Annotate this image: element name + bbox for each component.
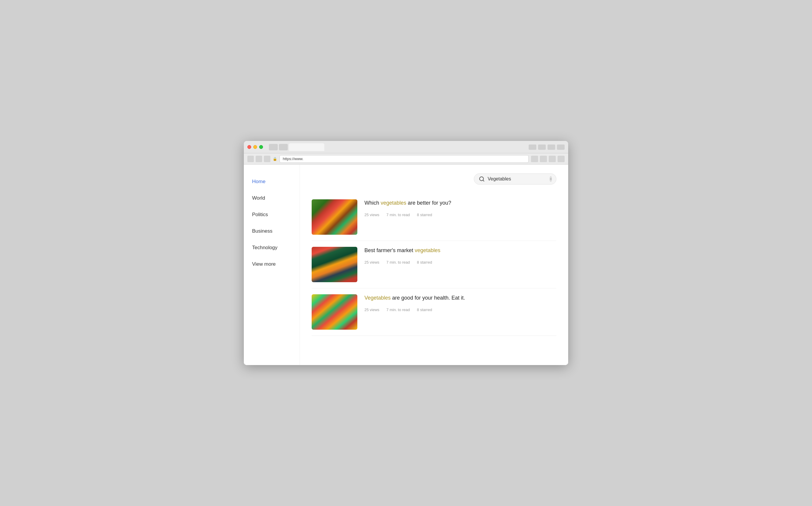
search-clear-button[interactable]: × xyxy=(550,176,552,182)
nav-buttons xyxy=(247,156,270,162)
close-button[interactable] xyxy=(247,145,251,149)
article-image-3 xyxy=(311,294,357,330)
maximize-button[interactable] xyxy=(259,145,263,149)
address-action-3[interactable] xyxy=(549,156,556,162)
address-action-1[interactable] xyxy=(531,156,538,162)
sidebar-item-technology[interactable]: Technology xyxy=(244,239,299,256)
sidebar-item-home[interactable]: Home xyxy=(244,173,299,190)
tab-actions xyxy=(529,145,565,150)
search-icon xyxy=(479,176,485,182)
search-bar: × xyxy=(474,173,556,185)
article-title: Best farmer's market vegetables xyxy=(364,247,556,254)
tab-action-1[interactable] xyxy=(529,145,536,150)
tab-action-2[interactable] xyxy=(538,145,546,150)
article-info: Vegetables are good for your health. Eat… xyxy=(364,294,556,312)
svg-line-1 xyxy=(483,180,484,181)
article-thumbnail xyxy=(311,199,357,235)
article-title: Vegetables are good for your health. Eat… xyxy=(364,294,556,302)
sidebar: Home World Politics Business Technology … xyxy=(244,165,300,365)
address-action-2[interactable] xyxy=(540,156,547,162)
article-image-2 xyxy=(311,247,357,282)
article-info: Which vegetables are better for you? 25 … xyxy=(364,199,556,217)
title-bar xyxy=(244,141,568,153)
article-starred: 8 starred xyxy=(417,260,432,264)
article-info: Best farmer's market vegetables 25 views… xyxy=(364,247,556,264)
article-views: 25 views xyxy=(364,213,379,217)
article-item[interactable]: Best farmer's market vegetables 25 views… xyxy=(311,241,556,288)
article-thumbnail xyxy=(311,247,357,282)
article-meta: 25 views 7 min. to read 8 starred xyxy=(364,213,556,217)
sidebar-item-politics[interactable]: Politics xyxy=(244,206,299,223)
main-content: × Which vegetables are better for you? xyxy=(300,165,568,365)
article-item[interactable]: Vegetables are good for your health. Eat… xyxy=(311,288,556,336)
article-views: 25 views xyxy=(364,308,379,312)
page-content: Home World Politics Business Technology … xyxy=(244,165,568,365)
tab-bar xyxy=(269,143,324,151)
nav-back-button[interactable] xyxy=(247,156,254,162)
minimize-button[interactable] xyxy=(253,145,257,149)
article-image-1 xyxy=(311,199,357,235)
address-action-4[interactable] xyxy=(557,156,565,162)
tab-action-3[interactable] xyxy=(548,145,555,150)
address-actions xyxy=(531,156,565,162)
nav-refresh-button[interactable] xyxy=(264,156,270,162)
ssl-lock-icon: 🔒 xyxy=(273,157,277,161)
article-starred: 8 starred xyxy=(417,213,432,217)
browser-tab-inactive-2[interactable] xyxy=(279,144,288,150)
search-input[interactable] xyxy=(488,176,547,182)
url-text: https://www. xyxy=(283,157,303,161)
address-bar: 🔒 https://www. xyxy=(244,153,568,165)
browser-window: 🔒 https://www. Home World Politics Busin… xyxy=(244,141,568,365)
browser-tab-active[interactable] xyxy=(289,143,324,151)
article-starred: 8 starred xyxy=(417,308,432,312)
article-read-time: 7 min. to read xyxy=(386,308,410,312)
article-thumbnail xyxy=(311,294,357,330)
article-read-time: 7 min. to read xyxy=(386,260,410,264)
article-read-time: 7 min. to read xyxy=(386,213,410,217)
article-title: Which vegetables are better for you? xyxy=(364,199,556,207)
traffic-lights xyxy=(247,145,263,149)
sidebar-item-business[interactable]: Business xyxy=(244,223,299,239)
nav-forward-button[interactable] xyxy=(256,156,262,162)
url-input[interactable]: https://www. xyxy=(279,155,529,163)
article-views: 25 views xyxy=(364,260,379,264)
tab-action-4[interactable] xyxy=(557,145,565,150)
article-meta: 25 views 7 min. to read 8 starred xyxy=(364,260,556,264)
sidebar-item-world[interactable]: World xyxy=(244,190,299,206)
browser-tab-inactive-1[interactable] xyxy=(269,144,278,150)
article-meta: 25 views 7 min. to read 8 starred xyxy=(364,308,556,312)
sidebar-item-view-more[interactable]: View more xyxy=(244,256,299,272)
article-list: Which vegetables are better for you? 25 … xyxy=(311,193,556,336)
article-item[interactable]: Which vegetables are better for you? 25 … xyxy=(311,193,556,241)
search-bar-container: × xyxy=(311,173,556,185)
